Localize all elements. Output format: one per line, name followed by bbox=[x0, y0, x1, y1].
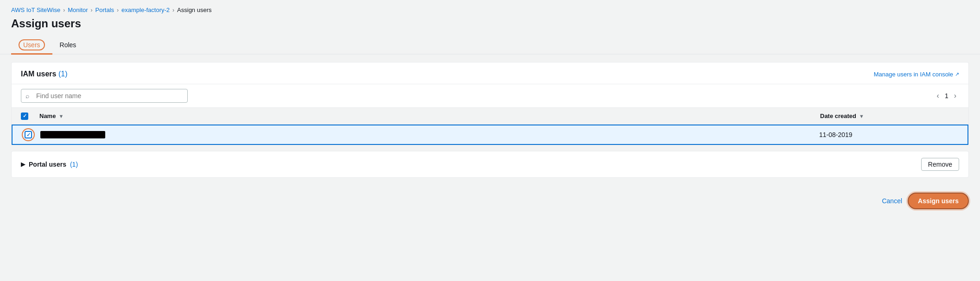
table-row[interactable]: 11-08-2019 bbox=[12, 125, 968, 145]
portal-section-header: ▶ Portal users (1) Remove bbox=[12, 151, 968, 177]
header-checkbox-col bbox=[21, 112, 39, 120]
col-name-label: Name bbox=[39, 112, 56, 119]
portal-count: (1) bbox=[70, 161, 78, 168]
page-title: Assign users bbox=[0, 17, 980, 37]
redacted-username bbox=[40, 131, 105, 138]
manage-iam-label: Manage users in IAM console bbox=[874, 71, 953, 78]
pagination-prev[interactable]: ‹ bbox=[934, 91, 942, 101]
tab-users[interactable]: Users bbox=[11, 37, 52, 55]
iam-count: (1) bbox=[58, 70, 68, 78]
header-checkbox[interactable] bbox=[21, 112, 28, 120]
breadcrumb-sitewise[interactable]: AWS IoT SiteWise bbox=[11, 6, 60, 13]
breadcrumb-factory[interactable]: example-factory-2 bbox=[121, 6, 170, 13]
iam-section-title-group: IAM users (1) bbox=[21, 70, 67, 78]
pagination-next[interactable]: › bbox=[951, 91, 959, 101]
pagination-page: 1 bbox=[945, 92, 948, 100]
row-date-col: 11-08-2019 bbox=[819, 126, 958, 143]
breadcrumb-portals[interactable]: Portals bbox=[95, 6, 114, 13]
breadcrumb-sep-4: › bbox=[172, 7, 174, 13]
breadcrumb-sep-1: › bbox=[63, 7, 65, 13]
assign-users-button[interactable]: Assign users bbox=[908, 193, 969, 209]
row-date-value: 11-08-2019 bbox=[819, 131, 853, 138]
breadcrumb-current: Assign users bbox=[177, 6, 211, 13]
iam-section-header: IAM users (1) Manage users in IAM consol… bbox=[12, 62, 968, 84]
row-name-col bbox=[40, 126, 819, 143]
row-checkbox-col bbox=[22, 128, 40, 141]
row-checkbox[interactable] bbox=[25, 131, 32, 138]
portal-title-label: Portal users bbox=[29, 161, 66, 168]
breadcrumb-monitor[interactable]: Monitor bbox=[68, 6, 88, 13]
remove-button[interactable]: Remove bbox=[921, 158, 959, 171]
cancel-button[interactable]: Cancel bbox=[882, 197, 902, 205]
breadcrumb: AWS IoT SiteWise › Monitor › Portals › e… bbox=[0, 0, 980, 17]
tab-roles[interactable]: Roles bbox=[52, 37, 84, 55]
search-input[interactable] bbox=[21, 89, 188, 103]
main-content: IAM users (1) Manage users in IAM consol… bbox=[0, 55, 980, 185]
footer: Cancel Assign users bbox=[0, 185, 980, 217]
table-header: Name ▼ Date created ▼ bbox=[12, 108, 968, 125]
breadcrumb-sep-2: › bbox=[91, 7, 93, 13]
search-wrap: ⌕ bbox=[21, 89, 188, 103]
search-pagination-row: ⌕ ‹ 1 › bbox=[12, 84, 968, 108]
row-checkbox-ring bbox=[22, 128, 35, 141]
tab-users-label: Users bbox=[19, 39, 45, 50]
portal-users-card: ▶ Portal users (1) Remove bbox=[11, 151, 969, 178]
expand-icon[interactable]: ▶ bbox=[21, 161, 25, 168]
search-icon: ⌕ bbox=[25, 92, 29, 100]
name-sort-icon[interactable]: ▼ bbox=[58, 113, 64, 119]
iam-users-card: IAM users (1) Manage users in IAM consol… bbox=[11, 62, 969, 145]
portal-section-title: ▶ Portal users (1) bbox=[21, 161, 78, 168]
date-sort-icon[interactable]: ▼ bbox=[859, 113, 864, 119]
tabs-container: Users Roles bbox=[0, 37, 980, 55]
col-name-header: Name ▼ bbox=[39, 108, 820, 124]
col-date-header: Date created ▼ bbox=[820, 108, 959, 124]
col-date-label: Date created bbox=[820, 112, 856, 119]
external-link-icon: ↗ bbox=[955, 71, 959, 77]
iam-section-title: IAM users (1) bbox=[21, 70, 67, 78]
breadcrumb-sep-3: › bbox=[117, 7, 119, 13]
tab-roles-label: Roles bbox=[60, 41, 76, 49]
pagination: ‹ 1 › bbox=[934, 91, 959, 101]
manage-iam-link[interactable]: Manage users in IAM console ↗ bbox=[874, 71, 959, 78]
